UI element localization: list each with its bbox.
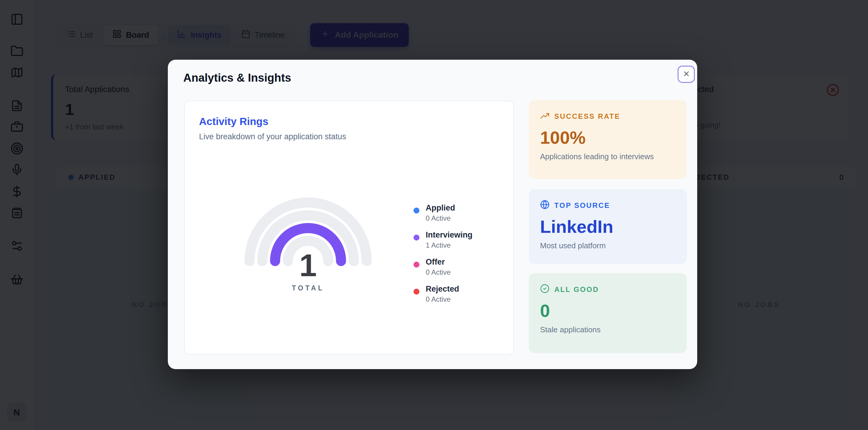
top-source-card: TOP SOURCE LinkedIn Most used platform	[529, 189, 687, 264]
globe-icon	[540, 200, 550, 211]
all-good-value: 0	[540, 300, 676, 321]
success-rate-value: 100%	[540, 127, 676, 148]
analytics-insights-modal: Analytics & Insights Activity Rings Live…	[168, 60, 697, 369]
legend-label: Rejected	[426, 285, 459, 294]
all-good-kicker: ALL GOOD	[540, 284, 676, 295]
rings-legend: Applied 0 Active Interviewing 1 Active O…	[413, 203, 473, 303]
interviewing-dot	[413, 235, 420, 240]
success-rate-kicker: SUCCESS RATE	[540, 111, 676, 122]
legend-label: Interviewing	[426, 230, 473, 240]
legend-item-rejected: Rejected 0 Active	[413, 285, 473, 303]
top-source-caption: Most used platform	[540, 241, 676, 250]
modal-title: Analytics & Insights	[183, 72, 291, 84]
close-button[interactable]	[678, 66, 695, 83]
legend-sub: 1 Active	[426, 241, 473, 250]
kicker-label: SUCCESS RATE	[554, 112, 620, 121]
gauge-total-value: 1	[239, 247, 377, 283]
top-source-kicker: TOP SOURCE	[540, 200, 676, 211]
activity-rings-subheading: Live breakdown of your application statu…	[199, 132, 499, 141]
legend-sub: 0 Active	[426, 214, 455, 223]
activity-rings-card: Activity Rings Live breakdown of your ap…	[184, 101, 514, 355]
rejected-dot	[413, 289, 420, 295]
gauge-total-label: TOTAL	[239, 284, 377, 292]
circle-check-icon	[540, 284, 550, 295]
offer-dot	[413, 262, 420, 268]
legend-item-offer: Offer 0 Active	[413, 258, 473, 276]
app-screen: N List Board Insights Timeline Add Appli…	[0, 0, 868, 430]
legend-label: Offer	[426, 258, 451, 267]
success-rate-caption: Applications leading to interviews	[540, 152, 676, 161]
all-good-caption: Stale applications	[540, 325, 676, 334]
trending-up-icon	[540, 111, 550, 122]
legend-label: Applied	[426, 203, 455, 212]
close-icon	[682, 70, 690, 79]
top-source-value: LinkedIn	[540, 217, 676, 237]
activity-rings-heading: Activity Rings	[199, 115, 499, 127]
legend-sub: 0 Active	[426, 268, 451, 276]
legend-item-interviewing: Interviewing 1 Active	[413, 230, 473, 250]
success-rate-card: SUCCESS RATE 100% Applications leading t…	[529, 100, 687, 179]
legend-item-applied: Applied 0 Active	[413, 203, 473, 223]
legend-sub: 0 Active	[426, 295, 459, 303]
kicker-label: ALL GOOD	[554, 286, 599, 294]
kicker-label: TOP SOURCE	[554, 201, 610, 210]
all-good-card: ALL GOOD 0 Stale applications	[529, 273, 687, 353]
applied-dot	[413, 207, 420, 213]
